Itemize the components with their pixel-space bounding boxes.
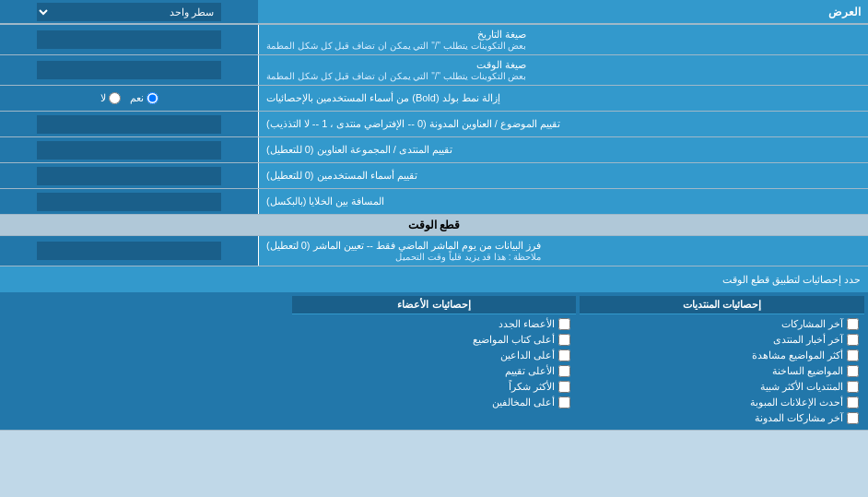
remove-bold-label: إزالة نمط بولد (Bold) من أسماء المستخدمي…: [258, 86, 868, 111]
cutoff-label: فرز البيانات من يوم الماشر الماضي فقط --…: [258, 236, 868, 266]
remove-bold-row: إزالة نمط بولد (Bold) من أسماء المستخدمي…: [0, 86, 868, 112]
checkbox-forum-news[interactable]: [847, 334, 859, 346]
checkbox-top-writers[interactable]: [558, 334, 570, 346]
sort-users-input[interactable]: 0: [37, 167, 221, 185]
sort-users-input-container: 0: [0, 163, 258, 188]
label-top-violators[interactable]: أعلى المخالفين: [492, 396, 555, 408]
radio-no-label[interactable]: لا: [100, 92, 121, 104]
date-format-row: صيغة التاريخ بعض التكوينات يتطلب "/" الت…: [0, 25, 868, 55]
sort-forum-input-container: 33: [0, 137, 258, 162]
cutoff-row: فرز البيانات من يوم الماشر الماضي فقط --…: [0, 236, 868, 266]
checkbox-top-rated[interactable]: [558, 365, 570, 377]
stats-limit-row: حدد إحصائيات لتطبيق قطع الوقت: [0, 266, 868, 292]
label-forum-news[interactable]: آخر أخبار المنتدى: [773, 334, 843, 346]
header-row: العرض سطر واحدسطرينثلاثة أسطر: [0, 0, 868, 25]
gap-input[interactable]: 2: [37, 193, 221, 211]
stats-item-m6: أعلى المخالفين: [292, 395, 577, 410]
checkbox-most-viewed[interactable]: [847, 349, 859, 361]
stats-item-1: آخر المشاركات: [580, 316, 864, 332]
stats-item-m2: أعلى كتاب المواضيع: [292, 332, 577, 348]
gap-row: المسافة بين الخلايا (بالبكسل) 2: [0, 189, 868, 215]
sort-forum-row: تقييم المنتدى / المجموعة العناوين (0 للت…: [0, 137, 868, 163]
label-most-thanked[interactable]: الأكثر شكراً: [509, 381, 555, 393]
checkbox-new-members[interactable]: [558, 318, 570, 330]
date-format-label: صيغة التاريخ بعض التكوينات يتطلب "/" الت…: [258, 25, 868, 54]
checkbox-top-violators[interactable]: [558, 396, 570, 408]
time-format-input-container: H:i: [0, 55, 258, 85]
checkbox-classifieds[interactable]: [847, 396, 859, 408]
label-classifieds[interactable]: أحدث الإعلانات المبوبة: [750, 396, 843, 408]
label-blog-posts[interactable]: آخر مشاركات المدونة: [755, 412, 843, 424]
stats-grid: إحصائيات المنتديات آخر المشاركات آخر أخب…: [0, 292, 868, 430]
label-last-posts[interactable]: آخر المشاركات: [781, 318, 843, 330]
label-most-similar[interactable]: المنتديات الأكثر شبية: [760, 381, 843, 393]
sort-topics-input-container: 33: [0, 112, 258, 136]
main-container: العرض سطر واحدسطرينثلاثة أسطر صيغة التار…: [0, 0, 868, 431]
stats-limit-label: حدد إحصائيات لتطبيق قطع الوقت: [7, 274, 861, 286]
label-most-viewed[interactable]: أكثر المواضيع مشاهدة: [752, 349, 843, 361]
gap-label: المسافة بين الخلايا (بالبكسل): [258, 189, 868, 214]
date-format-input[interactable]: d-m: [37, 30, 221, 49]
sort-users-row: تقييم أسماء المستخدمين (0 للتعطيل) 0: [0, 163, 868, 189]
date-format-input-container: d-m: [0, 25, 258, 54]
cutoff-section-header: قطع الوقت: [0, 215, 868, 236]
stats-item-7: آخر مشاركات المدونة: [580, 410, 864, 426]
sort-topics-input[interactable]: 33: [37, 115, 221, 134]
checkbox-most-similar[interactable]: [847, 381, 859, 393]
stats-item-m5: الأكثر شكراً: [292, 379, 577, 395]
stats-item-3: أكثر المواضيع مشاهدة: [580, 348, 864, 363]
stats-item-m3: أعلى الداعين: [292, 348, 577, 363]
label-top-callers[interactable]: أعلى الداعين: [500, 349, 555, 361]
radio-yes-label[interactable]: نعم: [130, 92, 158, 104]
stats-section: حدد إحصائيات لتطبيق قطع الوقت إحصائيات ا…: [0, 266, 868, 431]
cutoff-input[interactable]: 0: [37, 242, 221, 260]
checkbox-most-thanked[interactable]: [558, 381, 570, 393]
sort-topics-label: تقييم الموضوع / العناوين المدونة (0 -- ا…: [258, 112, 868, 136]
stats-col-forums: إحصائيات المنتديات آخر المشاركات آخر أخب…: [580, 296, 864, 426]
cutoff-input-container: 0: [0, 236, 258, 266]
stats-item-m1: الأعضاء الجدد: [292, 316, 577, 332]
stats-item-5: المنتديات الأكثر شبية: [580, 379, 864, 395]
time-format-row: صيغة الوقت بعض التكوينات يتطلب "/" التي …: [0, 55, 868, 86]
stats-col2-header: إحصائيات الأعضاء: [292, 296, 577, 314]
label-top-rated[interactable]: الأعلى تقييم: [505, 365, 555, 377]
label-top-writers[interactable]: أعلى كتاب المواضيع: [473, 334, 555, 346]
stats-item-6: أحدث الإعلانات المبوبة: [580, 395, 864, 410]
checkbox-hot-topics[interactable]: [847, 365, 859, 377]
display-select[interactable]: سطر واحدسطرينثلاثة أسطر: [37, 3, 221, 21]
radio-no[interactable]: [109, 92, 121, 104]
sort-topics-row: تقييم الموضوع / العناوين المدونة (0 -- ا…: [0, 112, 868, 137]
stats-item-2: آخر أخبار المنتدى: [580, 332, 864, 348]
label-new-members[interactable]: الأعضاء الجدد: [499, 318, 555, 330]
label-hot-topics[interactable]: المواضيع الساخنة: [772, 365, 843, 377]
sort-users-label: تقييم أسماء المستخدمين (0 للتعطيل): [258, 163, 868, 188]
stats-item-m4: الأعلى تقييم: [292, 363, 577, 379]
time-format-label: صيغة الوقت بعض التكوينات يتطلب "/" التي …: [258, 55, 868, 85]
stats-col1-header: إحصائيات المنتديات: [580, 296, 864, 314]
radio-yes[interactable]: [147, 92, 158, 104]
time-format-input[interactable]: H:i: [37, 61, 221, 79]
stats-col-extra: [4, 296, 288, 426]
sort-forum-label: تقييم المنتدى / المجموعة العناوين (0 للت…: [258, 137, 868, 162]
remove-bold-input-container: نعم لا: [0, 86, 258, 111]
header-select-container: سطر واحدسطرينثلاثة أسطر: [0, 0, 258, 24]
checkbox-blog-posts[interactable]: [847, 412, 859, 424]
checkbox-last-posts[interactable]: [847, 318, 859, 330]
checkbox-top-callers[interactable]: [558, 349, 570, 361]
sort-forum-input[interactable]: 33: [37, 141, 221, 160]
stats-item-4: المواضيع الساخنة: [580, 363, 864, 379]
stats-col-members: إحصائيات الأعضاء الأعضاء الجدد أعلى كتاب…: [292, 296, 577, 426]
gap-input-container: 2: [0, 189, 258, 214]
header-label: العرض: [258, 0, 868, 24]
